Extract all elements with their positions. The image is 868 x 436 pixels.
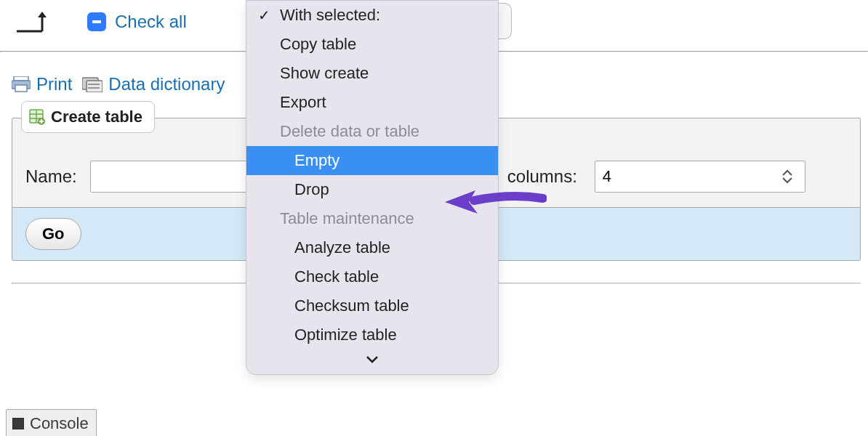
data-dictionary-link[interactable]: Data dictionary	[108, 74, 225, 94]
dropdown-item-show-create[interactable]: Show create	[246, 59, 498, 88]
dropdown-item-optimize-table[interactable]: Optimize table	[246, 320, 498, 350]
dropdown-item-checksum-table[interactable]: Checksum table	[246, 291, 498, 320]
dropdown-item-drop[interactable]: Drop	[246, 175, 498, 204]
table-add-icon	[29, 109, 45, 125]
print-icon	[12, 76, 31, 92]
stepper-arrows-icon[interactable]	[777, 169, 797, 184]
go-button[interactable]: Go	[25, 218, 81, 250]
columns-input[interactable]	[595, 161, 777, 192]
create-table-legend-text: Create table	[51, 108, 142, 126]
console-label: Console	[30, 414, 89, 433]
dropdown-item-copy-table[interactable]: Copy table	[246, 30, 498, 59]
with-selected-dropdown: With selected: Copy table Show create Ex…	[246, 0, 499, 375]
console-toggle[interactable]: Console	[6, 409, 97, 436]
dropdown-item-export[interactable]: Export	[246, 88, 498, 117]
check-all-indicator-icon[interactable]	[87, 12, 106, 31]
create-table-legend: Create table	[21, 101, 155, 133]
dropdown-item-with-selected[interactable]: With selected:	[246, 1, 498, 30]
columns-label: columns:	[507, 166, 577, 187]
dropdown-group-delete: Delete data or table	[246, 117, 498, 146]
dropdown-group-maintenance: Table maintenance	[246, 204, 498, 233]
svg-rect-2	[15, 85, 27, 92]
svg-rect-4	[87, 81, 103, 92]
chevron-down-icon	[366, 355, 379, 364]
dropdown-more-indicator	[246, 350, 498, 370]
table-name-label: Name:	[25, 166, 77, 187]
data-dictionary-icon	[82, 76, 103, 92]
dropdown-item-check-table[interactable]: Check table	[246, 262, 498, 291]
print-link[interactable]: Print	[36, 74, 72, 94]
columns-stepper[interactable]	[595, 161, 805, 193]
console-icon	[12, 418, 24, 429]
dropdown-item-analyze-table[interactable]: Analyze table	[246, 233, 498, 262]
svg-rect-0	[14, 76, 28, 81]
arrow-up-out-icon	[13, 7, 57, 36]
with-selected-select-edge[interactable]	[499, 3, 512, 39]
check-all-link[interactable]: Check all	[115, 12, 187, 32]
dropdown-item-empty[interactable]: Empty	[246, 146, 498, 175]
